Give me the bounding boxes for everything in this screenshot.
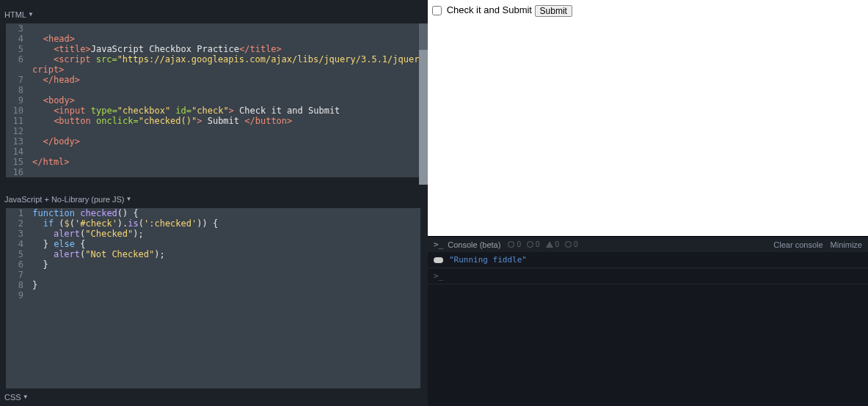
chevron-down-icon: ▼ — [28, 6, 34, 23]
console-input-line[interactable]: >_ — [428, 268, 868, 284]
console-body[interactable]: "Running fiddle" >_ — [428, 252, 868, 406]
console-badge-log[interactable]: 0 — [565, 240, 578, 248]
js-panel-header[interactable]: JavaScript + No-Library (pure JS) ▼ — [0, 191, 420, 208]
console-badges: 0 0 0 0 — [508, 240, 577, 248]
preview-submit-button[interactable]: Submit — [535, 5, 572, 17]
preview-checkbox[interactable] — [432, 6, 442, 15]
chevron-down-icon: ▼ — [23, 388, 29, 406]
html-panel-label: HTML — [4, 6, 26, 23]
console-badge-warn[interactable]: 0 — [546, 240, 560, 248]
preview-pane: Check it and Submit Submit — [428, 0, 868, 236]
html-editor[interactable]: 345678910111213141516▸ <head>▸ <title>Ja… — [6, 23, 420, 177]
console-badge-info[interactable]: 0 — [527, 240, 540, 248]
console-input-prompt: >_ — [434, 268, 443, 284]
minimize-console-link[interactable]: Minimize — [831, 240, 862, 249]
console-badge-error[interactable]: 0 — [508, 240, 521, 248]
html-panel-header[interactable]: HTML ▼ — [0, 6, 420, 23]
scrollbar-thumb[interactable] — [419, 23, 428, 50]
chevron-down-icon: ▼ — [126, 191, 132, 208]
preview-checkbox-label: Check it and Submit — [447, 4, 532, 15]
console-title: Console (beta) — [448, 240, 500, 249]
console-prompt-icon: >_ — [434, 240, 443, 249]
js-editor[interactable]: 123456789▸function checked() {▸ if ($('#… — [6, 208, 420, 388]
css-panel-header[interactable]: CSS ▼ — [0, 388, 428, 406]
js-panel-label: JavaScript + No-Library (pure JS) — [4, 191, 125, 208]
cloud-icon — [434, 257, 443, 263]
console-header: >_ Console (beta) 0 0 0 0 Clear console … — [428, 236, 868, 252]
scrollbar[interactable] — [419, 23, 428, 185]
console-line: "Running fiddle" — [428, 252, 868, 268]
clear-console-link[interactable]: Clear console — [773, 240, 823, 249]
console-message: "Running fiddle" — [449, 252, 527, 268]
css-panel-label: CSS — [4, 388, 21, 406]
